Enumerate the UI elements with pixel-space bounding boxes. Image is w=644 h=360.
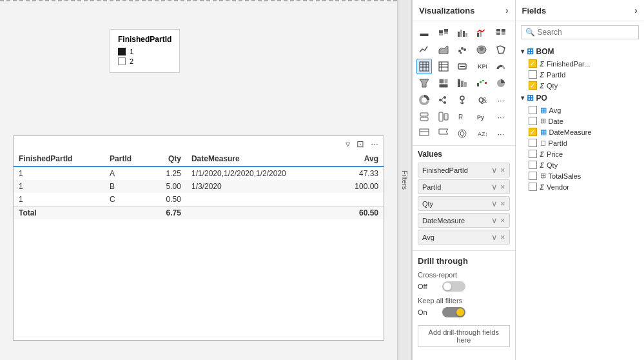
- field-checkbox-bom-partid[interactable]: [529, 70, 537, 79]
- viz-icon-6c[interactable]: R: [454, 109, 470, 125]
- viz-donut[interactable]: [416, 92, 432, 108]
- chip-actions-2[interactable]: ∨ ×: [491, 199, 505, 208]
- field-type-sigma-vendor: Σ: [540, 183, 545, 191]
- chip-actions-4[interactable]: ∨ ×: [491, 232, 505, 242]
- filters-tab[interactable]: Filters: [398, 0, 412, 360]
- field-checkbox-po-date[interactable]: [529, 117, 537, 125]
- viz-decomp[interactable]: [436, 92, 451, 108]
- viz-waterfall[interactable]: [474, 75, 489, 91]
- viz-icon-6e[interactable]: ···: [493, 109, 509, 125]
- viz-funnel[interactable]: [416, 75, 432, 91]
- svg-rect-11: [496, 31, 500, 33]
- value-chip-partid[interactable]: PartId ∨ ×: [418, 179, 510, 194]
- field-item-po-price[interactable]: Σ Price: [516, 148, 644, 159]
- field-checkbox-po-datemeasure[interactable]: ✓: [529, 128, 537, 136]
- field-checkbox-bom-finishedpar[interactable]: ✓: [529, 59, 537, 68]
- chip-label-3: DateMeasure: [422, 217, 465, 225]
- viz-icon-7b[interactable]: [436, 126, 451, 141]
- fields-search-input[interactable]: [538, 28, 634, 37]
- field-label-po-avg: Avg: [549, 106, 561, 114]
- svg-rect-21: [420, 62, 429, 71]
- field-label-bom-partid: PartId: [547, 71, 565, 79]
- fields-panel-title: Fields: [522, 6, 547, 15]
- field-type-table-date: ⊞: [540, 117, 546, 125]
- viz-icon-6d[interactable]: Py: [474, 109, 489, 125]
- viz-panel-chevron[interactable]: ›: [505, 5, 509, 15]
- viz-ribbon[interactable]: [454, 75, 470, 91]
- field-item-bom-qty[interactable]: ✓ Σ Qty: [516, 80, 644, 91]
- svg-rect-37: [458, 79, 460, 87]
- add-drillthrough-button[interactable]: Add drill-through fields here: [418, 325, 510, 347]
- field-item-po-qty[interactable]: Σ Qty: [516, 159, 644, 170]
- viz-kpi[interactable]: KPI: [474, 59, 489, 74]
- field-item-po-avg[interactable]: ▦ Avg: [516, 105, 644, 115]
- chip-actions-0[interactable]: ∨ ×: [491, 165, 505, 175]
- viz-icon-7d[interactable]: AZ↕: [474, 126, 489, 141]
- field-group-po[interactable]: ▾ ⊞ PO: [516, 91, 644, 105]
- viz-more[interactable]: ···: [493, 92, 509, 108]
- viz-combo[interactable]: [474, 25, 489, 41]
- viz-key-influencer[interactable]: [454, 92, 470, 108]
- viz-map-shape[interactable]: [493, 42, 509, 57]
- viz-stacked-bar[interactable]: [436, 25, 451, 41]
- field-checkbox-po-price[interactable]: [529, 150, 537, 158]
- field-type-sigma-1: Σ: [540, 71, 545, 79]
- field-checkbox-bom-qty[interactable]: ✓: [529, 81, 537, 90]
- field-checkbox-po-totalsales[interactable]: [529, 172, 537, 180]
- col-header-finishedpartid: FinishedPartId: [14, 152, 104, 166]
- value-chip-avg[interactable]: Avg ∨ ×: [418, 230, 510, 245]
- viz-line[interactable]: [416, 42, 432, 57]
- viz-icon-7a[interactable]: [416, 126, 432, 141]
- table-row: 1 A 1.25 1/1/2020,1/2/2020,1/2/2020 47.3…: [14, 166, 384, 180]
- viz-100pct-bar[interactable]: [493, 25, 509, 41]
- viz-gauge[interactable]: [493, 59, 509, 74]
- field-item-bom-finishedpar[interactable]: ✓ Σ FinishedPar...: [516, 58, 644, 69]
- field-checkbox-po-vendor[interactable]: [529, 183, 537, 191]
- viz-pie[interactable]: [493, 75, 509, 91]
- po-icon: ⊞: [527, 93, 534, 103]
- viz-scatter[interactable]: [454, 42, 470, 57]
- fields-panel-chevron[interactable]: ›: [634, 5, 638, 15]
- chip-actions-3[interactable]: ∨ ×: [491, 215, 505, 225]
- field-item-po-totalsales[interactable]: ⊞ TotalSales: [516, 170, 644, 181]
- keep-all-thumb: [456, 308, 464, 316]
- cross-report-label: Cross-report: [418, 271, 510, 279]
- field-item-po-datemeasure[interactable]: ✓ ▦ DateMeasure: [516, 126, 644, 137]
- chip-actions-1[interactable]: ∨ ×: [491, 182, 505, 192]
- viz-area[interactable]: [436, 42, 451, 57]
- viz-icon-7e[interactable]: ···: [493, 126, 509, 141]
- viz-qna[interactable]: Q&: [474, 92, 489, 108]
- viz-matrix[interactable]: [436, 59, 451, 74]
- keep-all-toggle-row: On: [418, 307, 510, 317]
- viz-treemap[interactable]: [436, 75, 451, 91]
- field-checkbox-po-avg[interactable]: [529, 106, 537, 114]
- value-chip-qty[interactable]: Qty ∨ ×: [418, 196, 510, 211]
- viz-card[interactable]: [454, 59, 470, 74]
- viz-table[interactable]: [416, 59, 432, 74]
- more-icon[interactable]: ···: [369, 137, 380, 150]
- keep-all-toggle[interactable]: [442, 307, 465, 317]
- svg-rect-7: [465, 33, 467, 37]
- viz-icon-7c[interactable]: [454, 126, 470, 141]
- field-item-po-date[interactable]: ⊞ Date: [516, 115, 644, 126]
- viz-bar-chart[interactable]: ▬: [416, 25, 432, 41]
- svg-rect-60: [444, 114, 448, 120]
- filter-icon[interactable]: ▿: [344, 137, 351, 150]
- field-item-po-partid[interactable]: ◻ PartId: [516, 137, 644, 148]
- field-checkbox-po-qty[interactable]: [529, 161, 537, 169]
- legend-swatch-2: [118, 57, 126, 65]
- viz-map-filled[interactable]: [474, 42, 489, 57]
- field-group-bom[interactable]: ▾ ⊞ BOM: [516, 45, 644, 58]
- viz-cluster-bar[interactable]: [454, 25, 470, 41]
- fields-search-box[interactable]: 🔍: [521, 25, 639, 39]
- resize-icon[interactable]: ⊡: [355, 137, 366, 150]
- svg-rect-10: [496, 29, 500, 31]
- field-item-bom-partid[interactable]: Σ PartId: [516, 69, 644, 80]
- viz-icon-6b[interactable]: [436, 109, 451, 125]
- field-item-po-vendor[interactable]: Σ Vendor: [516, 181, 644, 192]
- field-checkbox-po-partid[interactable]: [529, 139, 537, 147]
- value-chip-finishedpartid[interactable]: FinishedPartId ∨ ×: [418, 163, 510, 177]
- viz-icon-6a[interactable]: [416, 109, 432, 125]
- value-chip-datemeasure[interactable]: DateMeasure ∨ ×: [418, 213, 510, 228]
- cross-report-toggle[interactable]: [442, 281, 465, 292]
